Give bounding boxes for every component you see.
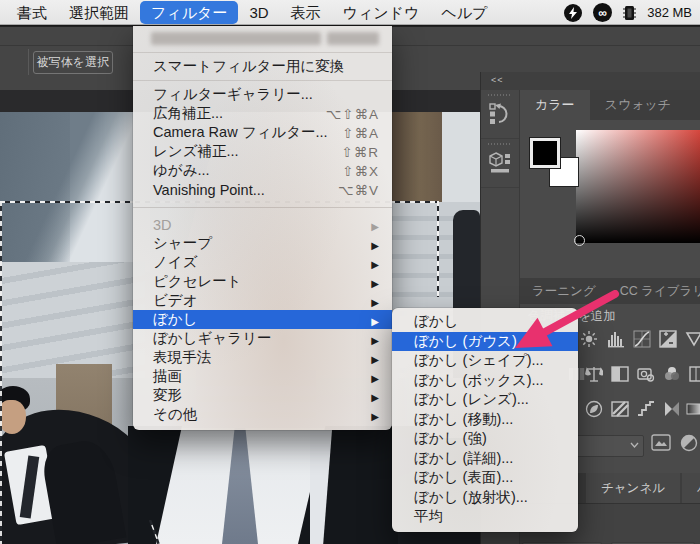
vibrance-icon[interactable]	[685, 330, 700, 348]
selection-ants-left	[0, 201, 2, 544]
last-filter-menu-item-redacted[interactable]	[133, 29, 392, 48]
panel-tab[interactable]: スウォッチ	[590, 90, 687, 120]
menu-item-label: Camera Raw フィルター...	[153, 123, 328, 142]
color-cursor-icon[interactable]	[574, 235, 585, 246]
panel-tab[interactable]: CC ライブラリ	[608, 278, 700, 304]
curves-icon[interactable]	[633, 330, 651, 348]
submenu-item[interactable]: ぼかし (シェイプ)...	[392, 351, 578, 371]
collapse-panels-icon[interactable]: <<	[491, 75, 504, 85]
menu-item[interactable]: 変形 ▶	[133, 386, 392, 405]
invert-icon[interactable]	[585, 400, 603, 418]
gradient-map-icon[interactable]	[686, 400, 700, 418]
menu-item[interactable]: 広角補正... ⌥⇧⌘A▶	[133, 104, 392, 123]
submenu-item-label: ぼかし (強)	[414, 429, 487, 448]
menubar-item[interactable]: フィルター	[140, 1, 238, 24]
submenu-item[interactable]: ぼかし (レンズ)...	[392, 390, 578, 410]
menu-item-label: その他	[153, 405, 197, 424]
submenu-item-label: ぼかし (レンズ)...	[414, 390, 529, 409]
submenu-item-label: ぼかし (詳細)...	[414, 449, 513, 468]
selection-ants-right	[437, 201, 439, 297]
menubar-item[interactable]: ヘルプ	[430, 1, 498, 24]
menu-item[interactable]: 表現手法 ▶	[133, 348, 392, 367]
submenu-arrow-icon: ▶	[371, 373, 379, 384]
menu-item[interactable]: ぼかしギャラリー ▶	[133, 329, 392, 348]
macos-menubar: 書式選択範囲フィルター3D表示ウィンドウヘルプ ∞ 382 MB	[0, 0, 700, 25]
menu-item[interactable]: ピクセレート ▶	[133, 272, 392, 291]
foreground-color-swatch[interactable]	[530, 138, 560, 168]
menu-item[interactable]: スマートフィルター用に変換 ▶	[133, 57, 392, 76]
options-divider	[28, 49, 29, 75]
adjustment-layer-filter-icon[interactable]	[680, 434, 698, 452]
submenu-item-label: 平均	[414, 507, 443, 526]
photo-filter-icon[interactable]	[637, 365, 655, 383]
exposure-icon[interactable]	[659, 330, 677, 348]
menu-separator	[133, 52, 392, 53]
menu-item[interactable]: ノイズ ▶	[133, 253, 392, 272]
lightning-icon[interactable]	[564, 4, 582, 22]
threshold-icon[interactable]	[637, 400, 655, 418]
color-balance-icon[interactable]	[585, 365, 603, 383]
panel-tab[interactable]: カラー	[520, 90, 590, 120]
menu-item[interactable]: フィルターギャラリー... ▶	[133, 85, 392, 104]
brightness-contrast-icon[interactable]	[580, 330, 598, 348]
menu-item-label: ノイズ	[153, 253, 198, 272]
color-tabbar: カラースウォッチ	[520, 90, 700, 120]
menu-item[interactable]: シャープ ▶	[133, 234, 392, 253]
submenu-item[interactable]: ぼかし (ガウス)...	[392, 332, 578, 352]
panel-tab[interactable]: ラーニング	[520, 278, 608, 304]
levels-icon[interactable]	[607, 330, 625, 348]
panel-collapse-bar[interactable]: <<	[481, 72, 700, 91]
photoshop-window: 被写体を選択	[0, 0, 700, 544]
menu-item-label: 表現手法	[153, 348, 211, 367]
pixel-layer-filter-icon[interactable]	[651, 434, 671, 452]
menu-item[interactable]: その他 ▶	[133, 405, 392, 424]
selective-color-icon[interactable]	[663, 400, 681, 418]
memory-chip-icon	[623, 5, 636, 21]
submenu-item[interactable]: 平均	[392, 507, 578, 527]
menu-item[interactable]: ゆがみ... ⇧⌘X▶	[133, 161, 392, 180]
menubar-item[interactable]: ウィンドウ	[332, 1, 431, 24]
menubar-item[interactable]: 選択範囲	[58, 1, 140, 24]
submenu-arrow-icon: ▶	[371, 316, 379, 327]
panel-tab[interactable]: パス	[682, 473, 700, 503]
panel-tab[interactable]: チャンネル	[586, 473, 680, 503]
submenu-arrow-icon: ▶	[371, 259, 379, 270]
menu-item-shortcut: ⇧⌘R	[341, 145, 379, 160]
properties-panel-button[interactable]	[481, 139, 519, 188]
submenu-item[interactable]: ぼかし (詳細)...	[392, 449, 578, 469]
black-white-icon[interactable]	[611, 365, 629, 383]
menu-item[interactable]: Camera Raw フィルター... ⇧⌘A▶	[133, 123, 392, 142]
submenu-item-label: ぼかし (移動)...	[414, 410, 513, 429]
color-lookup-icon[interactable]	[689, 365, 700, 383]
menu-item[interactable]: ビデオ ▶	[133, 291, 392, 310]
color-picker-field[interactable]	[576, 130, 700, 243]
menubar-item[interactable]: 書式	[6, 1, 58, 24]
redacted-text	[151, 32, 321, 45]
menu-item[interactable]: 3D ▶	[133, 215, 392, 234]
channel-mixer-icon[interactable]	[663, 365, 681, 383]
submenu-item[interactable]: ぼかし	[392, 312, 578, 332]
submenu-item[interactable]: ぼかし (放射状)...	[392, 488, 578, 508]
menubar-item[interactable]: 3D	[238, 1, 279, 24]
menubar-item[interactable]: 表示	[280, 1, 332, 24]
submenu-arrow-icon: ▶	[371, 297, 379, 308]
submenu-item[interactable]: ぼかし (表面)...	[392, 468, 578, 488]
submenu-arrow-icon: ▶	[371, 240, 379, 251]
3d-properties-icon	[489, 151, 511, 175]
creative-cloud-icon[interactable]: ∞	[593, 3, 612, 22]
posterize-icon[interactable]	[611, 400, 629, 418]
submenu-item-label: ぼかし (シェイプ)...	[414, 351, 544, 370]
submenu-item[interactable]: ぼかし (ボックス)...	[392, 371, 578, 391]
menu-item[interactable]: Vanishing Point... ⌥⌘V▶	[133, 180, 392, 199]
menu-separator	[133, 80, 392, 81]
selection-ants-path	[138, 520, 184, 544]
menu-item[interactable]: レンズ補正... ⇧⌘R▶	[133, 142, 392, 161]
menu-item-shortcut: ⌥⌘V	[338, 183, 379, 198]
menu-item[interactable]: ぼかし ▶	[133, 310, 392, 329]
submenu-item[interactable]: ぼかし (移動)...	[392, 410, 578, 430]
history-panel-button[interactable]	[481, 90, 519, 139]
submenu-item[interactable]: ぼかし (強)	[392, 429, 578, 449]
select-subject-button[interactable]: 被写体を選択	[33, 51, 113, 74]
memory-usage-status: 382 MB	[647, 5, 692, 20]
menu-item[interactable]: 描画 ▶	[133, 367, 392, 386]
